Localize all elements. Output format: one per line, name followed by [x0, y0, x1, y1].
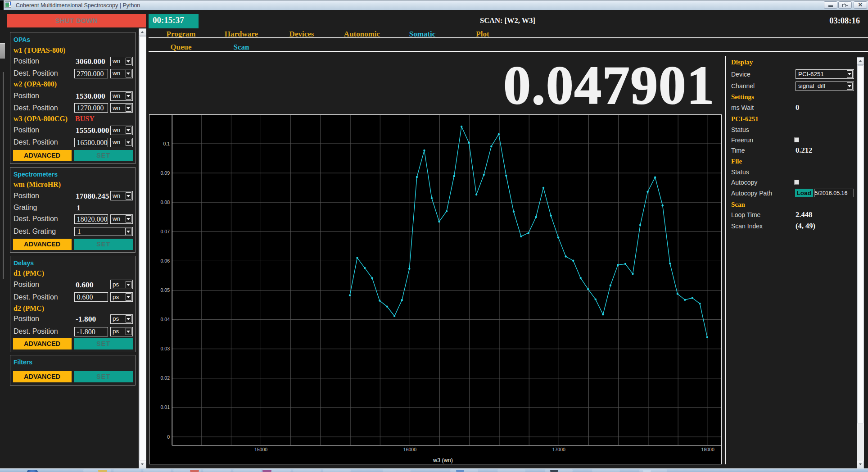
svg-text:0.06: 0.06	[160, 258, 170, 263]
svg-text:15000: 15000	[254, 447, 267, 452]
svg-text:18000: 18000	[701, 447, 714, 452]
svg-text:0.05: 0.05	[160, 287, 170, 293]
svg-text:0.01: 0.01	[160, 404, 170, 410]
svg-text:0.04: 0.04	[160, 317, 170, 322]
svg-text:w3 (wn): w3 (wn)	[433, 457, 453, 463]
svg-text:0.03: 0.03	[160, 346, 170, 351]
svg-text:0.09: 0.09	[160, 170, 170, 176]
svg-text:17000: 17000	[552, 447, 565, 452]
svg-text:0.07: 0.07	[160, 229, 170, 234]
svg-text:16000: 16000	[403, 447, 416, 452]
svg-text:0: 0	[167, 434, 170, 440]
svg-text:0.08: 0.08	[160, 200, 170, 205]
svg-text:0.02: 0.02	[160, 375, 170, 381]
svg-text:0.1: 0.1	[163, 141, 170, 146]
